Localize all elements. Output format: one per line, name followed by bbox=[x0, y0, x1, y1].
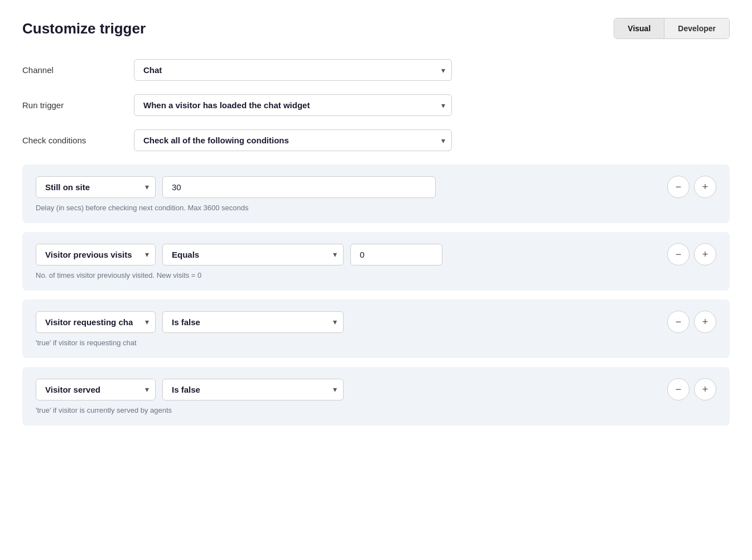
condition-operator-select-2[interactable]: Equals Does not equal Greater than Less … bbox=[162, 244, 344, 265]
run-trigger-label: Run trigger bbox=[22, 100, 123, 110]
run-trigger-select[interactable]: When a visitor has loaded the chat widge… bbox=[134, 94, 452, 116]
condition-field-select-2[interactable]: Still on site Visitor previous visits Vi… bbox=[36, 244, 156, 265]
page-title: Customize trigger bbox=[22, 20, 146, 37]
check-conditions-select[interactable]: Check all of the following conditions Ch… bbox=[134, 129, 452, 151]
condition-help-3: 'true' if visitor is requesting chat bbox=[36, 339, 716, 347]
add-condition-2-button[interactable]: + bbox=[694, 243, 716, 265]
check-conditions-row: Check conditions Check all of the follow… bbox=[22, 129, 730, 151]
btn-group-3: − + bbox=[667, 311, 716, 333]
condition-field-wrapper-4: Still on site Visitor previous visits Vi… bbox=[36, 379, 156, 400]
condition-field-wrapper-1: Still on site Visitor previous visits Vi… bbox=[36, 176, 156, 198]
condition-block-visitor-requesting-chat: Still on site Visitor previous visits Vi… bbox=[22, 300, 730, 358]
condition-operator-select-4[interactable]: Is true Is false bbox=[162, 379, 344, 400]
developer-view-button[interactable]: Developer bbox=[664, 18, 729, 38]
channel-row: Channel Chat Email SMS ▾ bbox=[22, 59, 730, 81]
condition-row-visitor-previous-visits: Still on site Visitor previous visits Vi… bbox=[36, 243, 716, 265]
channel-select[interactable]: Chat Email SMS bbox=[134, 59, 452, 81]
btn-group-1: − + bbox=[667, 176, 716, 198]
check-conditions-label: Check conditions bbox=[22, 136, 123, 145]
add-condition-4-button[interactable]: + bbox=[694, 378, 716, 400]
add-condition-1-button[interactable]: + bbox=[694, 176, 716, 198]
condition-block-visitor-previous-visits: Still on site Visitor previous visits Vi… bbox=[22, 232, 730, 291]
condition-operator-wrapper-3: Is true Is false ▾ bbox=[162, 311, 344, 333]
condition-operator-wrapper-2: Equals Does not equal Greater than Less … bbox=[162, 244, 344, 265]
condition-row-still-on-site: Still on site Visitor previous visits Vi… bbox=[36, 176, 716, 198]
condition-field-select-1[interactable]: Still on site Visitor previous visits Vi… bbox=[36, 176, 156, 198]
remove-condition-3-button[interactable]: − bbox=[667, 311, 690, 333]
condition-help-1: Delay (in secs) before checking next con… bbox=[36, 204, 716, 212]
condition-row-visitor-requesting-chat: Still on site Visitor previous visits Vi… bbox=[36, 311, 716, 333]
condition-block-still-on-site: Still on site Visitor previous visits Vi… bbox=[22, 165, 730, 223]
condition-input-2[interactable] bbox=[350, 244, 442, 265]
conditions-section: Still on site Visitor previous visits Vi… bbox=[22, 165, 730, 426]
btn-group-4: − + bbox=[667, 378, 716, 400]
condition-field-select-4[interactable]: Still on site Visitor previous visits Vi… bbox=[36, 379, 156, 400]
run-trigger-row: Run trigger When a visitor has loaded th… bbox=[22, 94, 730, 116]
condition-row-visitor-served: Still on site Visitor previous visits Vi… bbox=[36, 378, 716, 400]
condition-help-2: No. of times visitor previously visited.… bbox=[36, 271, 716, 279]
remove-condition-2-button[interactable]: − bbox=[667, 243, 690, 265]
condition-field-wrapper-3: Still on site Visitor previous visits Vi… bbox=[36, 311, 156, 333]
run-trigger-select-wrapper: When a visitor has loaded the chat widge… bbox=[134, 94, 452, 116]
remove-condition-1-button[interactable]: − bbox=[667, 176, 690, 198]
visual-view-button[interactable]: Visual bbox=[614, 18, 664, 38]
condition-block-visitor-served: Still on site Visitor previous visits Vi… bbox=[22, 367, 730, 426]
btn-group-2: − + bbox=[667, 243, 716, 265]
condition-help-4: 'true' if visitor is currently served by… bbox=[36, 406, 716, 414]
check-conditions-select-wrapper: Check all of the following conditions Ch… bbox=[134, 129, 452, 151]
add-condition-3-button[interactable]: + bbox=[694, 311, 716, 333]
condition-input-1[interactable] bbox=[162, 176, 436, 198]
condition-field-select-3[interactable]: Still on site Visitor previous visits Vi… bbox=[36, 311, 156, 333]
page-header: Customize trigger Visual Developer bbox=[22, 18, 730, 39]
view-toggle: Visual Developer bbox=[614, 18, 730, 39]
remove-condition-4-button[interactable]: − bbox=[667, 378, 690, 400]
channel-select-wrapper: Chat Email SMS ▾ bbox=[134, 59, 452, 81]
condition-operator-wrapper-4: Is true Is false ▾ bbox=[162, 379, 344, 400]
condition-field-wrapper-2: Still on site Visitor previous visits Vi… bbox=[36, 244, 156, 265]
condition-operator-select-3[interactable]: Is true Is false bbox=[162, 311, 344, 333]
channel-label: Channel bbox=[22, 65, 123, 75]
